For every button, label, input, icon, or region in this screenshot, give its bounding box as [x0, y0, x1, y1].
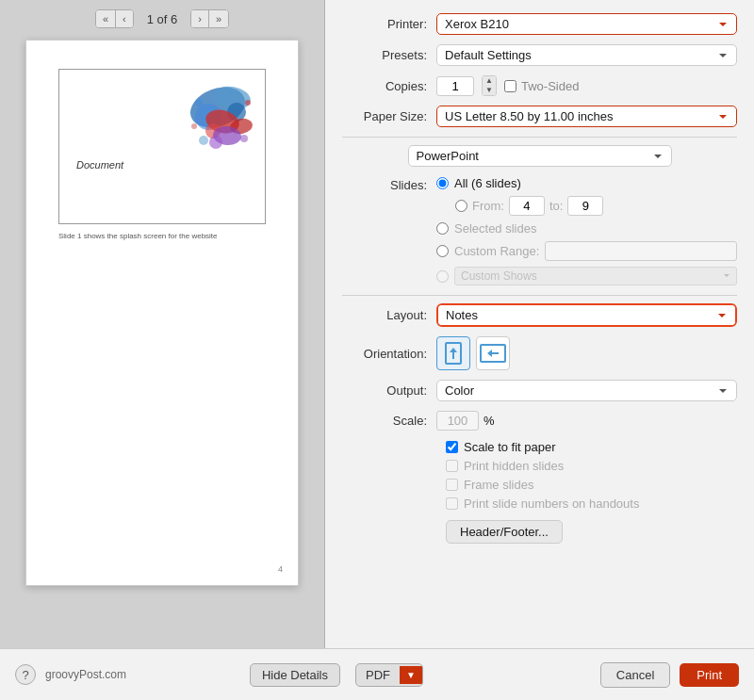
layout-label: Layout: — [342, 308, 436, 322]
slides-to-input[interactable] — [567, 196, 603, 216]
cancel-button[interactable]: Cancel — [600, 662, 670, 688]
copies-control: ▲ ▼ Two-Sided — [436, 75, 737, 96]
frame-slides-label: Frame slides — [464, 478, 533, 492]
pdf-label: PDF — [356, 664, 400, 686]
presets-row: Presets: Default Settings — [342, 44, 737, 66]
printer-row: Printer: Xerox B210 — [342, 13, 737, 35]
left-panel: « ‹ 1 of 6 › » — [0, 0, 325, 648]
right-panel: Printer: Xerox B210 Presets: Default Set… — [325, 0, 754, 648]
svg-point-8 — [209, 136, 222, 149]
main-container: « ‹ 1 of 6 › » — [0, 0, 754, 700]
slides-customrange-input[interactable] — [545, 241, 737, 261]
slides-customshows-row: Custom Shows — [436, 267, 737, 285]
scale-to-fit-checkbox[interactable] — [446, 441, 458, 453]
nav-next-group[interactable]: › » — [190, 9, 229, 28]
slides-section: All (6 slides) From: to: Selected slides — [436, 176, 737, 285]
copies-row: Copies: ▲ ▼ Two-Sided — [342, 75, 737, 96]
nav-next-button[interactable]: › — [191, 10, 209, 27]
nav-btn-group[interactable]: « ‹ — [95, 9, 134, 28]
layout-row: Layout: Notes — [342, 303, 737, 327]
output-row: Output: Color — [342, 380, 737, 401]
svg-marker-15 — [450, 348, 457, 352]
output-select[interactable]: Color — [436, 380, 737, 401]
print-hidden-row: Print hidden slides — [342, 459, 737, 473]
nav-prev-button[interactable]: ‹ — [116, 10, 133, 27]
two-sided-label: Two-Sided — [521, 79, 579, 93]
hide-details-button[interactable]: Hide Details — [250, 663, 340, 687]
paper-size-control: US Letter 8.50 by 11.00 inches — [436, 106, 737, 127]
orientation-row: Orientation: — [342, 336, 737, 370]
print-hidden-checkbox[interactable] — [446, 460, 458, 472]
print-button[interactable]: Print — [680, 663, 739, 687]
slide-frame: Document — [58, 69, 266, 224]
nav-next-next-button[interactable]: » — [209, 10, 228, 27]
svg-point-13 — [191, 123, 197, 129]
slides-selected-radio[interactable] — [436, 222, 449, 235]
svg-point-10 — [245, 100, 251, 106]
orientation-portrait-button[interactable] — [436, 336, 470, 370]
slides-row: Slides: All (6 slides) From: to: — [342, 176, 737, 285]
presets-label: Presets: — [342, 48, 436, 62]
bottom-bar: ? groovyPost.com Hide Details PDF ▼ Canc… — [0, 648, 754, 700]
copies-stepper: ▲ ▼ — [482, 75, 497, 96]
copies-input[interactable] — [436, 76, 474, 96]
scale-label: Scale: — [342, 414, 436, 428]
svg-point-12 — [240, 135, 248, 142]
frame-slides-row: Frame slides — [342, 478, 737, 492]
slides-all-label: All (6 slides) — [454, 176, 521, 190]
paper-size-select[interactable]: US Letter 8.50 by 11.00 inches — [436, 106, 737, 127]
layout-select[interactable]: Notes — [438, 305, 735, 325]
slides-all-row: All (6 slides) — [436, 176, 737, 190]
orientation-label: Orientation: — [342, 347, 436, 361]
copies-down-button[interactable]: ▼ — [483, 86, 496, 95]
copies-up-button[interactable]: ▲ — [483, 76, 496, 86]
slides-from-input[interactable] — [509, 196, 545, 216]
orientation-landscape-button[interactable] — [476, 336, 510, 370]
pdf-button[interactable]: PDF ▼ — [355, 663, 423, 687]
slides-customshows-radio[interactable] — [436, 270, 449, 283]
two-sided-checkbox[interactable] — [504, 80, 516, 92]
scale-row: Scale: % — [342, 411, 737, 431]
nav-prev-prev-button[interactable]: « — [96, 10, 116, 27]
slides-label: Slides: — [342, 176, 436, 192]
orientation-buttons — [436, 336, 510, 370]
preview-page-number: 4 — [278, 564, 283, 574]
header-footer-row: Header/Footer... — [342, 520, 737, 544]
output-label: Output: — [342, 383, 436, 398]
print-slide-numbers-label: Print slide numbers on handouts — [464, 497, 639, 511]
printer-label: Printer: — [342, 17, 436, 31]
svg-point-9 — [195, 99, 203, 106]
slide-caption: Slide 1 shows the splash screen for the … — [58, 232, 266, 240]
header-footer-button[interactable]: Header/Footer... — [446, 520, 563, 544]
slides-customrange-row: Custom Range: — [436, 241, 737, 261]
help-button[interactable]: ? — [15, 664, 36, 685]
slides-from-radio[interactable] — [455, 200, 467, 212]
print-slide-numbers-checkbox[interactable] — [446, 497, 458, 510]
output-control: Color — [436, 380, 737, 401]
slides-fromto-row: From: to: — [436, 196, 737, 216]
slides-all-radio[interactable] — [436, 177, 449, 189]
powerpoint-select[interactable]: PowerPoint — [408, 145, 672, 167]
left-footer: ? groovyPost.com Hide Details — [15, 663, 340, 687]
presets-select[interactable]: Default Settings — [436, 44, 737, 66]
frame-slides-checkbox[interactable] — [446, 479, 458, 491]
preview-area: Document Slide 1 shows the splash screen… — [25, 40, 299, 586]
copies-label: Copies: — [342, 79, 436, 93]
print-slide-numbers-row: Print slide numbers on handouts — [342, 497, 737, 511]
right-footer: PDF ▼ Cancel Print — [355, 662, 739, 688]
scale-to-fit-label: Scale to fit paper — [464, 440, 556, 454]
powerpoint-row: PowerPoint — [342, 145, 737, 167]
nav-bar: « ‹ 1 of 6 › » — [9, 9, 315, 28]
portrait-icon — [444, 342, 463, 365]
printer-select[interactable]: Xerox B210 — [436, 13, 737, 35]
pdf-arrow-icon: ▼ — [400, 666, 422, 684]
landscape-icon — [480, 343, 506, 364]
footer-site-text: groovyPost.com — [45, 668, 126, 681]
splash-art-svg — [142, 84, 255, 169]
svg-marker-18 — [487, 350, 492, 357]
layout-select-wrapper: Notes — [436, 303, 737, 327]
slides-customrange-radio[interactable] — [436, 245, 449, 257]
slides-from-label: From: — [472, 199, 504, 213]
content-area: « ‹ 1 of 6 › » — [0, 0, 754, 648]
scale-input[interactable] — [436, 411, 479, 431]
